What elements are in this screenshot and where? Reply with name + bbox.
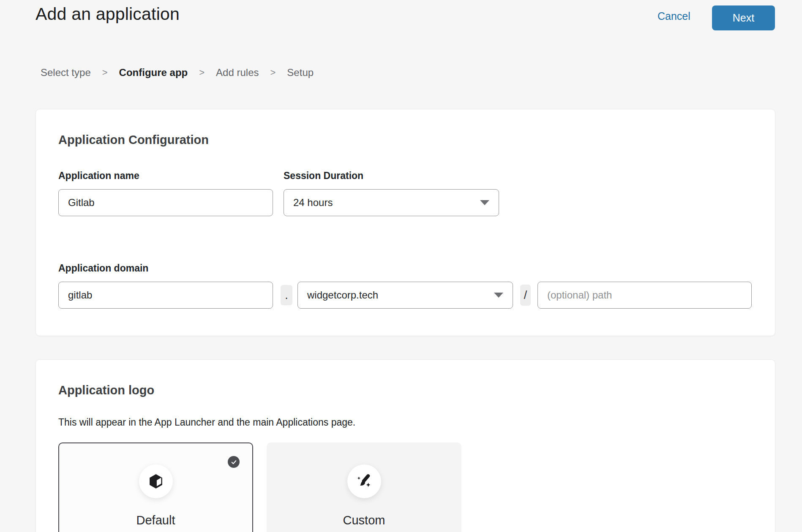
page-title: Add an application xyxy=(35,4,180,24)
chevron-down-icon xyxy=(480,200,489,205)
logo-description: This will appear in the App Launcher and… xyxy=(58,417,753,428)
check-icon xyxy=(228,456,240,468)
page-content: Application Configuration Application na… xyxy=(35,109,775,532)
logo-card-title: Application logo xyxy=(58,383,753,397)
domain-dot-separator: . xyxy=(281,285,292,305)
logo-option-label: Custom xyxy=(343,513,385,527)
logo-options: Default Custom xyxy=(58,442,753,532)
application-name-label: Application name xyxy=(58,170,273,182)
application-domain-label: Application domain xyxy=(58,263,753,274)
application-configuration-card: Application Configuration Application na… xyxy=(35,109,775,336)
name-duration-row: Application name Session Duration 24 hou… xyxy=(58,170,753,216)
domain-select[interactable]: widgetcorp.tech xyxy=(297,282,513,309)
breadcrumb-separator: > xyxy=(199,67,205,78)
session-duration-field: Session Duration 24 hours xyxy=(284,170,499,216)
path-input[interactable] xyxy=(537,282,752,309)
breadcrumb-separator: > xyxy=(102,67,108,78)
breadcrumb-separator: > xyxy=(270,67,276,78)
application-name-field: Application name xyxy=(58,170,273,216)
domain-select-value: widgetcorp.tech xyxy=(307,289,378,301)
application-name-input[interactable] xyxy=(58,189,273,216)
logo-option-label: Default xyxy=(136,513,175,527)
next-button[interactable]: Next xyxy=(712,5,775,30)
add-application-page: Add an application Cancel Next Select ty… xyxy=(0,0,802,532)
cancel-button[interactable]: Cancel xyxy=(657,10,690,22)
domain-slash-separator: / xyxy=(520,285,531,306)
cube-icon xyxy=(139,464,173,498)
logo-option-custom[interactable]: Custom xyxy=(267,442,461,532)
session-duration-value: 24 hours xyxy=(293,197,333,209)
breadcrumb: Select type > Configure app > Add rules … xyxy=(41,67,314,79)
chevron-down-icon xyxy=(494,293,503,298)
breadcrumb-step-setup[interactable]: Setup xyxy=(287,67,314,79)
paintbrush-icon xyxy=(347,464,381,498)
session-duration-label: Session Duration xyxy=(284,170,499,182)
configuration-card-title: Application Configuration xyxy=(58,133,753,147)
subdomain-input[interactable] xyxy=(58,282,273,309)
breadcrumb-step-select-type[interactable]: Select type xyxy=(41,67,91,79)
application-domain-field: Application domain . widgetcorp.tech / xyxy=(58,263,753,309)
breadcrumb-step-add-rules[interactable]: Add rules xyxy=(216,67,259,79)
breadcrumb-step-configure-app[interactable]: Configure app xyxy=(119,67,188,79)
application-logo-card: Application logo This will appear in the… xyxy=(35,359,775,532)
session-duration-select[interactable]: 24 hours xyxy=(284,189,499,216)
logo-option-default[interactable]: Default xyxy=(58,442,253,532)
application-domain-row: . widgetcorp.tech / xyxy=(58,282,753,309)
